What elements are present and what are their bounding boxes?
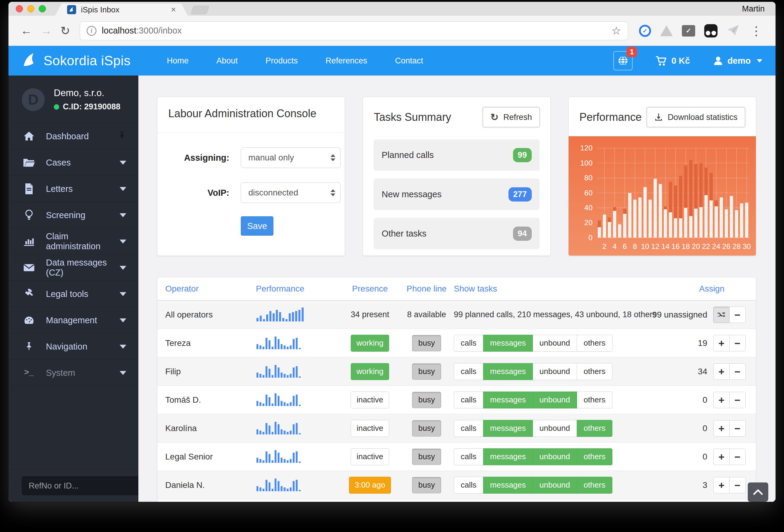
others-toggle-button[interactable]: others (577, 448, 612, 465)
calls-toggle-button[interactable]: calls (454, 392, 483, 409)
presence-button[interactable]: working (351, 335, 389, 352)
assign-plus-button[interactable]: + (713, 449, 730, 465)
nav-link-products[interactable]: Products (265, 56, 298, 65)
phone-line-button[interactable]: busy (412, 392, 441, 408)
assign-plus-button[interactable]: + (713, 392, 730, 408)
paper-plane-extension-icon[interactable] (727, 25, 739, 37)
zoom-window-button[interactable] (39, 5, 46, 12)
sidebar-item-system[interactable]: >_ System (8, 360, 138, 386)
task-item-other-tasks[interactable]: Other tasks 94 (374, 218, 539, 249)
others-toggle-button[interactable]: others (577, 363, 612, 380)
scroll-to-top-button[interactable] (748, 482, 768, 502)
unbound-toggle-button[interactable]: unbound (533, 363, 577, 380)
sidebar-item-claim-administration[interactable]: Claim administration (8, 228, 138, 255)
sidebar-item-data-messages[interactable]: Data messages (CZ) (8, 255, 138, 281)
unassign-minus-button[interactable]: − (729, 307, 746, 323)
task-item-new-messages[interactable]: New messages 277 (374, 178, 539, 210)
download-statistics-button[interactable]: Download statistics (647, 107, 745, 127)
close-window-button[interactable] (16, 5, 23, 12)
assign-minus-button[interactable]: − (729, 477, 746, 493)
presence-button[interactable]: inactive (351, 392, 389, 409)
others-toggle-button[interactable]: others (577, 335, 612, 352)
voip-select[interactable]: disconnected (241, 183, 340, 203)
tab-close-icon[interactable]: × (171, 5, 176, 15)
assign-minus-button[interactable]: − (729, 392, 746, 408)
phone-line-button[interactable]: busy (412, 449, 441, 465)
col-header-assign[interactable]: Assign (680, 284, 756, 293)
col-header-operator[interactable]: Operator (165, 284, 256, 293)
phone-line-button[interactable]: busy (412, 363, 441, 380)
assign-minus-button[interactable]: − (729, 335, 746, 351)
assign-minus-button[interactable]: − (729, 363, 746, 380)
headphones-extension-icon[interactable] (704, 24, 718, 37)
others-toggle-button[interactable]: others (577, 477, 612, 494)
col-header-show-tasks[interactable]: Show tasks (454, 284, 665, 293)
calls-toggle-button[interactable]: calls (454, 363, 483, 380)
calls-toggle-button[interactable]: calls (454, 477, 483, 494)
language-globe-button[interactable]: 1 (613, 51, 633, 71)
others-toggle-button[interactable]: others (577, 392, 612, 409)
sync-check-extension-icon[interactable]: ✓ (639, 25, 651, 37)
unbound-toggle-button[interactable]: unbound (533, 448, 577, 465)
browser-profile-name[interactable]: Martin (742, 4, 765, 13)
presence-button[interactable]: working (351, 363, 389, 380)
calls-toggle-button[interactable]: calls (454, 335, 483, 352)
drive-triangle-extension-icon[interactable] (660, 25, 673, 36)
user-menu[interactable]: demo (713, 56, 762, 66)
presence-button[interactable]: 3:00 ago (349, 477, 391, 494)
nav-link-home[interactable]: Home (167, 56, 189, 65)
calls-toggle-button[interactable]: calls (454, 420, 483, 437)
sidebar-item-letters[interactable]: Letters (8, 176, 138, 202)
assign-plus-button[interactable]: + (713, 477, 730, 493)
assign-plus-button[interactable]: + (713, 335, 730, 351)
messages-toggle-button[interactable]: messages (483, 392, 533, 409)
phone-line-button[interactable]: busy (412, 477, 441, 493)
unbound-toggle-button[interactable]: unbound (533, 392, 577, 409)
nav-link-about[interactable]: About (216, 56, 238, 65)
bookmark-star-icon[interactable]: ☆ (612, 25, 621, 37)
sidebar-item-cases[interactable]: Cases (8, 149, 138, 176)
messages-toggle-button[interactable]: messages (483, 363, 533, 380)
inbox-check-extension-icon[interactable]: ✓ (682, 25, 695, 36)
site-info-icon[interactable]: i (87, 26, 96, 36)
sidebar-item-legal-tools[interactable]: Legal tools (8, 281, 138, 307)
sidebar-item-dashboard[interactable]: Dashboard (8, 123, 138, 149)
forward-icon[interactable]: → (40, 24, 52, 37)
minimize-window-button[interactable] (27, 5, 34, 12)
sidebar-item-screening[interactable]: Screening (8, 202, 138, 228)
assigning-select[interactable]: manual only (241, 147, 340, 168)
presence-button[interactable]: inactive (351, 448, 389, 465)
url-bar[interactable]: i localhost:3000/inbox ☆ (80, 22, 628, 40)
messages-toggle-button[interactable]: messages (483, 477, 533, 494)
nav-link-contact[interactable]: Contact (395, 56, 423, 65)
col-header-phone-line[interactable]: Phone line (399, 284, 454, 293)
brand[interactable]: Sokordia iSpis (22, 52, 131, 69)
save-button[interactable]: Save (241, 216, 273, 236)
refno-search-input[interactable] (22, 476, 143, 495)
unbound-toggle-button[interactable]: unbound (533, 420, 577, 437)
unbound-toggle-button[interactable]: unbound (533, 335, 577, 352)
reload-icon[interactable]: ↻ (60, 24, 70, 37)
browser-menu-icon[interactable]: ⋮ (750, 24, 762, 38)
url-text[interactable]: localhost:3000/inbox (102, 26, 181, 36)
presence-button[interactable]: inactive (351, 420, 389, 437)
sidebar-item-management[interactable]: Management (8, 307, 138, 334)
messages-toggle-button[interactable]: messages (483, 420, 533, 437)
messages-toggle-button[interactable]: messages (483, 335, 533, 352)
assign-minus-button[interactable]: − (729, 420, 746, 437)
browser-tab[interactable]: iSpis Inbox × (55, 4, 188, 16)
back-icon[interactable]: ← (21, 24, 32, 37)
col-header-presence[interactable]: Presence (340, 284, 399, 293)
auto-assign-shuffle-button[interactable] (713, 307, 730, 323)
others-toggle-button[interactable]: others (577, 420, 612, 437)
pin-icon[interactable] (118, 131, 126, 141)
sidebar-item-navigation[interactable]: Navigation (8, 334, 138, 360)
assign-minus-button[interactable]: − (729, 449, 746, 465)
cart-button[interactable]: 0 Kč (655, 55, 690, 66)
nav-link-references[interactable]: References (326, 56, 367, 65)
task-item-planned-calls[interactable]: Planned calls 99 (374, 139, 539, 171)
col-header-performance[interactable]: Performance (256, 284, 340, 293)
calls-toggle-button[interactable]: calls (454, 448, 483, 465)
phone-line-button[interactable]: busy (412, 335, 441, 351)
assign-plus-button[interactable]: + (713, 363, 730, 380)
